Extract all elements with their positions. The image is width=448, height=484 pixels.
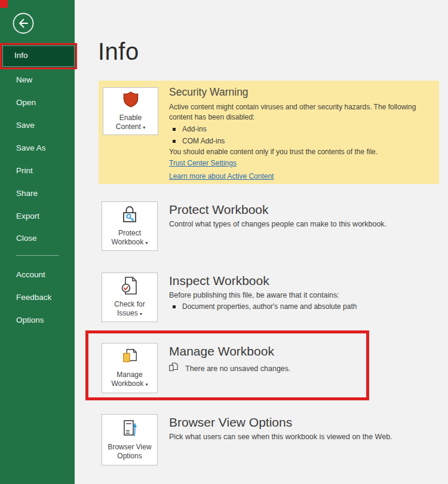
sidebar-item-share[interactable]: Share (0, 188, 75, 199)
sidebar-item-account[interactable]: Account (0, 269, 75, 280)
excel-backstage-info-view: New Open Save Save As Print Share Export… (0, 0, 448, 484)
sidebar-item-print[interactable]: Print (0, 165, 75, 176)
sidebar-item-save[interactable]: Save (0, 120, 75, 131)
unsaved-changes-text: There are no unsaved changes. (185, 364, 291, 373)
disabled-item-com-addins: COM Add-ins (173, 137, 225, 145)
sidebar-item-export[interactable]: Export (0, 210, 75, 222)
browser-view-icon (121, 419, 139, 440)
sidebar-item-info-label: Info (14, 45, 28, 66)
inspect-document-icon (120, 276, 139, 298)
shield-icon (122, 90, 140, 111)
back-button[interactable] (11, 11, 35, 35)
security-warning-note: You should enable content only if you tr… (169, 148, 378, 156)
manage-workbook-button[interactable]: Manage Workbook ▾ (102, 343, 158, 393)
enable-content-label-line2: Content ▾ (116, 122, 145, 132)
manage-documents-icon (121, 348, 139, 368)
lock-key-icon (121, 205, 139, 226)
security-warning-heading: Security Warning (169, 86, 248, 99)
unsaved-changes-status: There are no unsaved changes. (168, 362, 291, 375)
sidebar-item-open[interactable]: Open (0, 97, 75, 108)
document-versions-icon (168, 362, 178, 375)
sidebar-item-new[interactable]: New (0, 74, 75, 85)
inspect-workbook-desc: Before publishing this file, be aware th… (169, 291, 339, 299)
bullet-icon (173, 305, 176, 308)
dropdown-caret-icon: ▾ (146, 240, 148, 246)
browser-view-options-desc: Pick what users can see when this workbo… (169, 433, 392, 441)
enable-content-button[interactable]: Enable Content ▾ (103, 87, 158, 135)
security-warning-text-line1: Active content might contain viruses and… (169, 103, 416, 111)
sidebar-divider (16, 255, 59, 256)
inspect-workbook-heading: Inspect Workbook (169, 274, 269, 288)
protect-workbook-desc: Control what types of changes people can… (169, 220, 386, 228)
browser-view-options-heading: Browser View Options (169, 415, 292, 430)
sidebar-item-save-as[interactable]: Save As (0, 142, 75, 154)
bullet-icon (173, 140, 176, 143)
security-warning-text-line2: content has been disabled: (169, 113, 254, 121)
enable-content-label-line1: Enable (119, 114, 142, 122)
dropdown-caret-icon: ▾ (143, 125, 145, 130)
annotation-corner-marker (0, 0, 8, 8)
protect-workbook-button[interactable]: Protect Workbook ▾ (102, 201, 158, 251)
dropdown-caret-icon: ▾ (146, 382, 148, 387)
protect-workbook-heading: Protect Workbook (169, 203, 269, 217)
disabled-item-addins: Add-ins (173, 125, 207, 133)
manage-workbook-heading: Manage Workbook (169, 344, 274, 359)
page-title: Info (98, 38, 139, 65)
browser-view-options-button[interactable]: Browser View Options (102, 414, 158, 465)
learn-more-active-content-link[interactable]: Learn more about Active Content (169, 172, 274, 180)
bullet-icon (173, 128, 176, 131)
back-arrow-icon (11, 27, 35, 37)
sidebar-item-close[interactable]: Close (0, 232, 75, 244)
check-for-issues-button[interactable]: Check for Issues ▾ (102, 272, 158, 322)
dropdown-caret-icon: ▾ (140, 311, 142, 317)
inspect-workbook-bullet: Document properties, author's name and a… (173, 302, 357, 311)
sidebar-item-feedback[interactable]: Feedback (0, 292, 75, 303)
backstage-sidebar: New Open Save Save As Print Share Export… (0, 0, 75, 484)
trust-center-settings-link[interactable]: Trust Center Settings (169, 159, 237, 167)
sidebar-item-options[interactable]: Options (0, 314, 75, 326)
sidebar-item-info-highlighted[interactable]: Info (0, 43, 77, 69)
focus-outline (2, 45, 75, 67)
